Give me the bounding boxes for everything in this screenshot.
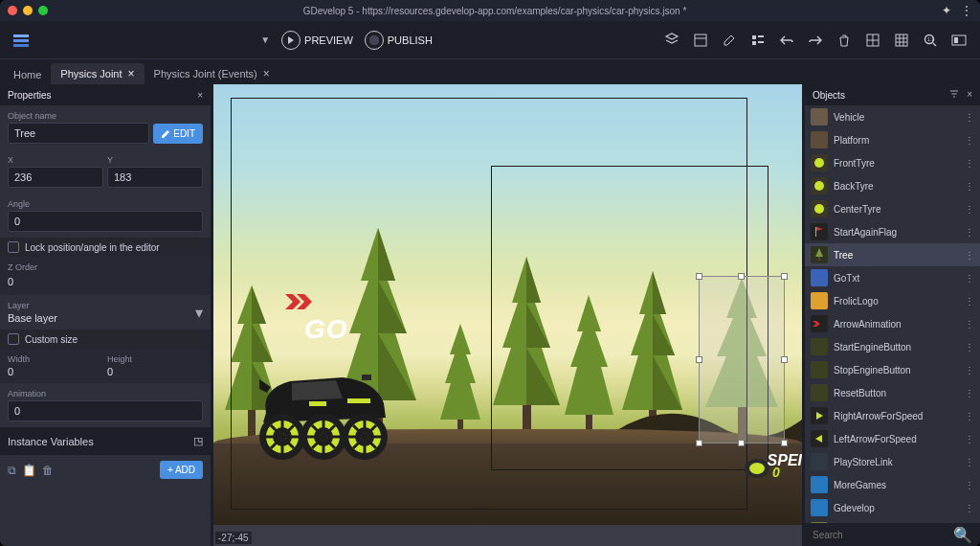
width-field[interactable]: 0 [8, 366, 103, 377]
resize-handle-w[interactable] [696, 356, 702, 363]
resize-handle-nw[interactable] [696, 273, 702, 280]
object-item-leftarrowforspeed[interactable]: LeftArrowForSpeed⋮ [805, 427, 980, 450]
object-item-fronttyre[interactable]: FrontTyre⋮ [805, 151, 980, 174]
more-icon[interactable]: ⋮ [965, 250, 974, 261]
speed-text-sprite[interactable]: SPEI [768, 452, 802, 469]
close-window-icon[interactable] [8, 6, 17, 15]
close-panel-icon[interactable]: × [967, 89, 972, 101]
resize-handle-n[interactable] [738, 273, 745, 280]
objects-icon[interactable] [745, 27, 771, 54]
project-icon[interactable] [8, 27, 34, 54]
more-icon[interactable]: ⋮ [965, 296, 974, 307]
zoom-icon[interactable]: 1:1 [917, 27, 944, 54]
tab-home[interactable]: Home [4, 65, 51, 84]
more-icon[interactable]: ⋮ [965, 227, 974, 238]
menu-icon[interactable]: ⋮ [961, 4, 972, 17]
delete-icon[interactable]: 🗑 [42, 464, 54, 477]
scene-editor[interactable]: GO [213, 84, 802, 546]
object-item-resetbutton[interactable]: ResetButton⋮ [805, 381, 980, 404]
delete-icon[interactable] [831, 27, 858, 54]
resize-handle-ne[interactable] [781, 273, 788, 280]
arrow-animation-sprite[interactable] [285, 290, 320, 317]
object-item-gdevelop[interactable]: Gdevelop⋮ [805, 496, 980, 519]
lock-checkbox-row[interactable]: Lock position/angle in the editor [0, 238, 211, 257]
more-icon[interactable]: ⋮ [965, 388, 974, 398]
redo-icon[interactable] [802, 27, 829, 54]
object-item-backtyre[interactable]: BackTyre⋮ [805, 174, 980, 197]
selection-box[interactable] [699, 276, 785, 444]
close-icon[interactable]: × [128, 67, 135, 80]
more-icon[interactable]: ⋮ [965, 158, 974, 169]
more-icon[interactable]: ⋮ [965, 503, 974, 513]
more-icon[interactable]: ⋮ [965, 204, 974, 215]
minimize-window-icon[interactable] [23, 6, 33, 15]
more-icon[interactable]: ⋮ [965, 319, 974, 330]
angle-field[interactable]: 0 [8, 211, 203, 232]
grid-icon[interactable] [888, 27, 915, 54]
add-variable-button[interactable]: +ADD [160, 461, 203, 479]
search-icon[interactable]: 🔍 [953, 526, 972, 544]
instances-icon[interactable] [687, 27, 714, 54]
object-item-arrowanimation[interactable]: ArrowAnimation⋮ [805, 312, 980, 335]
object-item-stopenginebutton[interactable]: StopEngineButton⋮ [805, 358, 980, 381]
object-item-startagainflag[interactable]: StartAgainFlag⋮ [805, 220, 980, 243]
object-item-centertyre[interactable]: CenterTyre⋮ [805, 197, 980, 220]
checkbox-icon[interactable] [8, 333, 19, 345]
checkbox-icon[interactable] [8, 241, 19, 253]
more-icon[interactable]: ⋮ [965, 457, 974, 467]
preview-dropdown-icon[interactable]: ▼ [260, 34, 270, 45]
tab-physics-joint-events[interactable]: Physics Joint (Events)× [145, 63, 279, 84]
object-item-rightarrowforspeed[interactable]: RightArrowForSpeed⋮ [805, 404, 980, 427]
layers-icon[interactable] [658, 27, 685, 54]
more-icon[interactable]: ⋮ [965, 112, 974, 123]
object-item-startenginebutton[interactable]: StartEngineButton⋮ [805, 335, 980, 358]
copy-icon[interactable]: ⧉ [8, 464, 16, 477]
edit-icon[interactable] [716, 27, 743, 54]
speed-hud-sprite[interactable]: 0 [744, 456, 768, 481]
tab-physics-joint[interactable]: Physics Joint× [51, 63, 144, 84]
vehicle-sprite[interactable] [252, 370, 395, 465]
more-icon[interactable]: ⋮ [965, 342, 974, 353]
maximize-window-icon[interactable] [38, 6, 48, 15]
settings-icon[interactable] [946, 27, 972, 54]
more-icon[interactable]: ⋮ [965, 135, 974, 146]
paste-icon[interactable]: 📋 [22, 464, 36, 477]
search-input[interactable] [813, 530, 953, 540]
extension-icon[interactable]: ✦ [942, 4, 951, 17]
resize-handle-sw[interactable] [696, 440, 702, 446]
close-panel-icon[interactable]: × [197, 90, 203, 101]
object-item-froliclogo[interactable]: FrolicLogo⋮ [805, 289, 980, 312]
object-item-gotxt[interactable]: GoTxt⋮ [805, 266, 980, 289]
custom-size-checkbox-row[interactable]: Custom size [0, 330, 211, 349]
zorder-field[interactable]: 0 [8, 274, 203, 289]
resize-handle-e[interactable] [781, 356, 788, 363]
height-field[interactable]: 0 [107, 366, 203, 377]
more-icon[interactable]: ⋮ [965, 181, 974, 192]
x-field[interactable]: 236 [8, 167, 103, 188]
object-item-tree[interactable]: Tree⋮ [805, 243, 980, 266]
resize-handle-se[interactable] [781, 440, 788, 446]
object-item-moregames[interactable]: MoreGames⋮ [805, 473, 980, 496]
object-item-vehicle[interactable]: Vehicle⋮ [805, 105, 980, 128]
animation-field[interactable]: 0 [8, 400, 203, 421]
preview-button[interactable]: PREVIEW [281, 31, 353, 50]
resize-handle-s[interactable] [738, 440, 745, 446]
go-text-sprite[interactable]: GO [304, 314, 348, 345]
y-field[interactable]: 183 [107, 167, 203, 188]
edit-button[interactable]: EDIT [153, 124, 203, 144]
more-icon[interactable]: ⋮ [965, 480, 974, 490]
more-icon[interactable]: ⋮ [965, 273, 974, 284]
layer-dropdown[interactable]: Layer Base layer ▾ [0, 295, 211, 330]
close-icon[interactable]: × [263, 67, 270, 80]
more-icon[interactable]: ⋮ [965, 434, 974, 444]
more-icon[interactable]: ⋮ [965, 411, 974, 421]
open-external-icon[interactable]: ◳ [193, 435, 203, 447]
object-item-platform[interactable]: Platform⋮ [805, 128, 980, 151]
object-item-playstorelink[interactable]: PlayStoreLink⋮ [805, 450, 980, 473]
object-name-field[interactable]: Tree [8, 123, 149, 144]
more-icon[interactable]: ⋮ [965, 365, 974, 375]
filter-icon[interactable] [949, 89, 959, 101]
undo-icon[interactable] [773, 27, 800, 54]
publish-button[interactable]: PUBLISH [365, 31, 433, 50]
grid-setup-icon[interactable] [859, 27, 886, 54]
